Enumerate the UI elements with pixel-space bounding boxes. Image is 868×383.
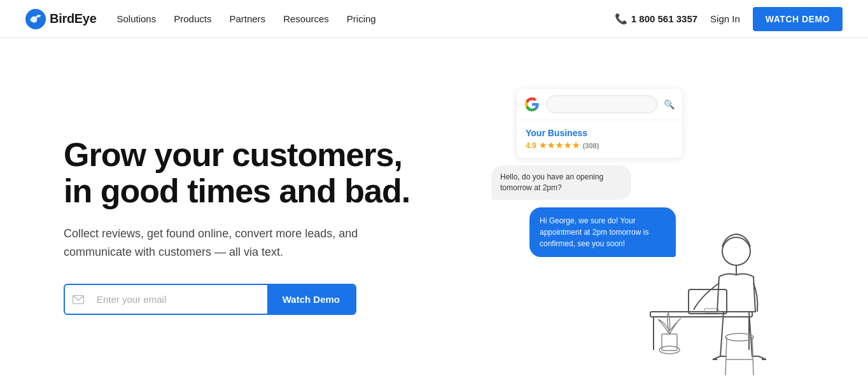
sign-in-button[interactable]: Sign In [710,13,740,24]
nav-pricing[interactable]: Pricing [347,13,376,24]
nav-resources[interactable]: Resources [283,13,329,24]
phone-icon: 📞 [615,13,627,25]
logo-link[interactable]: BirdEye [25,9,97,29]
phone-area: 📞 1 800 561 3357 [615,13,697,25]
review-count: (308) [583,142,599,150]
person-desk-illustration [612,178,790,382]
google-search-input-visual [546,95,657,113]
email-icon [65,295,92,304]
nav-partners[interactable]: Partners [229,13,265,24]
business-name: Your Business [526,128,673,138]
navbar: BirdEye Solutions Products Partners Reso… [0,0,868,38]
google-g-icon [524,97,540,112]
hero-right: 🔍 Your Business 4.9 ★★★★★ (308) Hello, d… [433,76,817,375]
hero-subtext: Collect reviews, get found online, conve… [64,225,395,261]
google-search-card: 🔍 Your Business 4.9 ★★★★★ (308) [517,89,682,158]
hero-form: Watch Demo [64,284,356,315]
svg-line-14 [752,337,753,375]
rating-value: 4.9 [526,141,536,150]
svg-point-1 [37,15,39,17]
phone-number: 1 800 561 3357 [631,13,697,24]
birdeye-logo-icon [25,9,46,29]
navbar-right: 📞 1 800 561 3357 Sign In WATCH DEMO [615,7,843,31]
hero-headline: Grow your customers, in good times and b… [64,137,433,209]
hero-section: Grow your customers, in good times and b… [0,38,868,383]
illustration: 🔍 Your Business 4.9 ★★★★★ (308) Hello, d… [479,83,771,375]
watch-demo-nav-button[interactable]: WATCH DEMO [753,7,843,31]
chat-bubble-incoming: Hello, do you have an opening tomorrow a… [491,165,631,200]
stars: ★★★★★ [539,141,580,150]
nav-solutions[interactable]: Solutions [117,13,157,24]
nav-products[interactable]: Products [174,13,211,24]
google-search-icon: 🔍 [664,99,675,109]
svg-point-10 [722,237,750,265]
svg-line-13 [725,337,727,375]
hero-left: Grow your customers, in good times and b… [64,137,433,316]
business-rating: 4.9 ★★★★★ (308) [526,141,673,150]
nav-menu: Solutions Products Partners Resources Pr… [117,13,615,24]
email-input[interactable] [92,285,267,314]
watch-demo-hero-button[interactable]: Watch Demo [267,285,355,314]
svg-rect-9 [662,334,677,351]
logo-text: BirdEye [50,11,97,26]
google-search-bar: 🔍 [517,89,682,120]
business-card: Your Business 4.9 ★★★★★ (308) [517,120,682,158]
